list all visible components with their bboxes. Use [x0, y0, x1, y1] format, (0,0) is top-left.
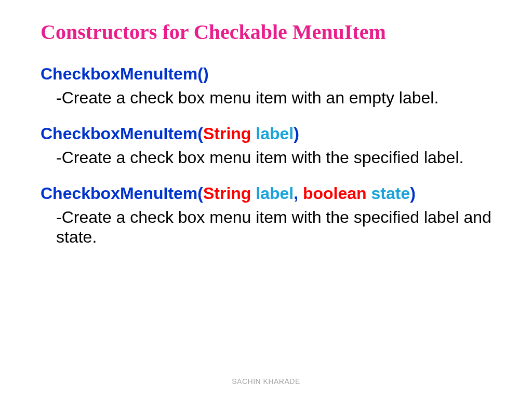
- constructor-block-2: CheckboxMenuItem(String label, boolean s…: [41, 183, 491, 247]
- param-ident: state: [371, 184, 410, 203]
- param-ident: label: [256, 184, 294, 203]
- param-type: String: [203, 124, 251, 143]
- constructor-signature: CheckboxMenuItem(String label, boolean s…: [41, 183, 491, 203]
- constructor-description: -Create a check box menu item with the s…: [41, 148, 491, 167]
- method-name-close: ): [203, 64, 209, 83]
- param-ws: [251, 184, 256, 203]
- param-ws: [251, 124, 256, 143]
- slide-title: Constructors for Checkable MenuItem: [41, 20, 491, 44]
- constructor-signature: CheckboxMenuItem(String label): [41, 124, 491, 143]
- constructor-description: -Create a check box menu item with the s…: [41, 207, 491, 247]
- constructor-block-1: CheckboxMenuItem(String label) -Create a…: [41, 124, 491, 168]
- method-name-close: ): [294, 124, 299, 143]
- method-name-open: CheckboxMenuItem(: [41, 124, 203, 143]
- param-ws: [367, 184, 371, 203]
- param-sep: ,: [294, 184, 303, 203]
- method-name-open: CheckboxMenuItem(: [41, 64, 203, 83]
- param-ident: label: [256, 124, 294, 143]
- slide-footer: SACHIN KHARADE: [0, 377, 532, 385]
- method-name-close: ): [410, 184, 416, 203]
- param-type: boolean: [303, 184, 367, 203]
- constructor-block-0: CheckboxMenuItem() -Create a check box m…: [41, 64, 491, 108]
- param-type: String: [203, 184, 251, 203]
- constructor-signature: CheckboxMenuItem(): [41, 64, 491, 84]
- constructor-description: -Create a check box menu item with an em…: [41, 88, 491, 108]
- method-name-open: CheckboxMenuItem(: [41, 184, 203, 203]
